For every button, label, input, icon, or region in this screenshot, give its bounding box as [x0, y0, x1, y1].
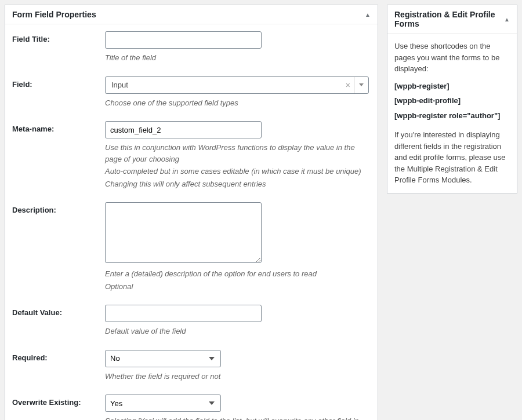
row-meta-name: Meta-name: Use this in conjunction with … [12, 121, 371, 189]
collapse-icon[interactable]: ▲ [504, 16, 510, 23]
help-field-title: Title of the field [105, 52, 371, 64]
help-default-value: Default value of the field [105, 326, 371, 337]
main-panel-header: Form Field Properties ▲ [5, 5, 378, 24]
help-meta-name-3: Changing this will only affect subsequen… [105, 178, 371, 190]
chevron-down-icon [359, 83, 364, 86]
dropdown-arrow-box [354, 77, 365, 93]
input-meta-name[interactable] [105, 121, 262, 138]
main-panel-body: Field Title: Title of the field Field: I… [5, 24, 378, 420]
help-overwrite-1: Selecting 'Yes' will add the field to th… [105, 415, 371, 420]
row-field-title: Field Title: Title of the field [12, 31, 371, 64]
shortcode-item: [wppb-edit-profile] [394, 95, 510, 107]
row-overwrite-existing: Overwrite Existing: Yes Selecting 'Yes' … [12, 395, 371, 420]
help-field: Choose one of the supported field types [105, 97, 371, 109]
row-field: Field: Input × Choose one of the support… [12, 76, 371, 109]
help-meta-name-2: Auto-completed but in some cases editabl… [105, 166, 371, 177]
label-meta-name: Meta-name: [12, 121, 105, 133]
shortcode-item: [wppb-register role="author"] [394, 110, 510, 122]
help-required: Whether the field is required or not [105, 371, 371, 382]
label-required: Required: [12, 350, 105, 362]
label-field-title: Field Title: [12, 31, 105, 43]
collapse-icon[interactable]: ▲ [365, 12, 371, 18]
help-description-1: Enter a (detailed) description of the op… [105, 268, 371, 280]
sidebar-intro: Use these shortcodes on the pages you wa… [394, 41, 510, 75]
select-overwrite-existing[interactable]: Yes [105, 395, 221, 412]
main-panel-title: Form Field Properties [12, 10, 96, 19]
help-description-2: Optional [105, 281, 371, 293]
row-default-value: Default Value: Default value of the fiel… [12, 305, 371, 337]
label-default-value: Default Value: [12, 305, 105, 317]
select-required[interactable]: No [105, 350, 221, 367]
shortcode-list: [wppb-register] [wppb-edit-profile] [wpp… [394, 81, 510, 122]
textarea-description[interactable] [105, 202, 262, 263]
label-field: Field: [12, 76, 105, 89]
form-field-properties-panel: Form Field Properties ▲ Field Title: Tit… [5, 5, 378, 420]
sidebar-panel-body: Use these shortcodes on the pages you wa… [387, 34, 517, 193]
select-field-type[interactable]: Input × [105, 76, 369, 94]
clear-icon[interactable]: × [342, 81, 354, 90]
shortcode-item: [wppb-register] [394, 81, 510, 92]
registration-forms-panel: Registration & Edit Profile Forms ▲ Use … [387, 5, 517, 193]
sidebar-panel-title: Registration & Edit Profile Forms [394, 10, 504, 28]
label-overwrite-existing: Overwrite Existing: [12, 395, 105, 407]
input-default-value[interactable] [105, 305, 262, 322]
row-required: Required: No Whether the field is requir… [12, 350, 371, 382]
row-description: Description: Enter a (detailed) descript… [12, 202, 371, 292]
sidebar-footer: If you're interested in displaying diffe… [394, 129, 510, 186]
select-field-type-value: Input [111, 81, 342, 89]
label-description: Description: [12, 202, 105, 214]
input-field-title[interactable] [105, 31, 262, 49]
help-meta-name-1: Use this in conjunction with WordPress f… [105, 142, 371, 165]
sidebar-panel-header: Registration & Edit Profile Forms ▲ [387, 5, 517, 34]
